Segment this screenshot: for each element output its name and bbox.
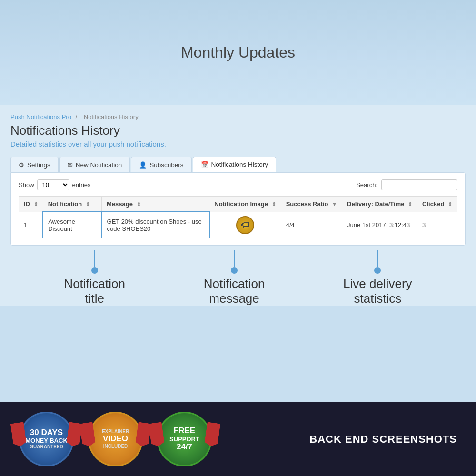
annotation-notification-title: Notificationtitle xyxy=(64,250,125,306)
search-input[interactable] xyxy=(381,179,457,190)
annotation-text-delivery: Live deliverystatistics xyxy=(343,277,412,306)
badge-money-back: 30 DAYS MONEY BACK GUARANTEED xyxy=(19,412,74,466)
back-end-screenshots-label: BACK END SCREENSHOTS xyxy=(309,433,457,446)
data-table: ID ⇕ Notification ⇕ Message ⇕ Notificati… xyxy=(19,196,457,238)
entries-label: entries xyxy=(72,181,91,188)
person-icon: 👤 xyxy=(139,161,147,169)
ribbon-left-explainer xyxy=(79,422,96,447)
col-header-message[interactable]: Message ⇕ xyxy=(102,197,209,212)
dot-title xyxy=(91,267,98,274)
page-title: Notifications History xyxy=(10,123,466,138)
breadcrumb-parent-link[interactable]: Push Notifications Pro xyxy=(10,113,71,120)
search-label: Search: xyxy=(356,181,377,188)
page-subtitle: Detailed statistics over all your push n… xyxy=(10,140,466,148)
ribbon-right-support xyxy=(204,422,221,447)
cell-id: 1 xyxy=(19,212,43,238)
calendar-icon: 📅 xyxy=(201,161,208,168)
cell-message: GET 20% discount on Shoes - use code SHO… xyxy=(102,212,209,238)
search-box: Search: xyxy=(356,179,457,190)
sort-icon-message: ⇕ xyxy=(137,201,141,207)
breadcrumb-current: Notifications History xyxy=(84,113,139,120)
badge-support-line3: 24/7 xyxy=(177,443,192,452)
annotation-text-title: Notificationtitle xyxy=(64,277,125,306)
annotation-live-delivery: Live deliverystatistics xyxy=(343,250,412,306)
bottom-area: 30 DAYS MONEY BACK GUARANTEED EXPLAINER … xyxy=(0,402,476,476)
notification-badge-icon: 🏷 xyxy=(236,216,254,234)
tab-settings[interactable]: ⚙ Settings xyxy=(10,157,59,172)
cell-delivery-datetime: June 1st 2017, 3:12:43 xyxy=(342,212,417,238)
badge-free-support: FREE SUPPORT 24/7 xyxy=(157,412,212,466)
main-content: Push Notifications Pro / Notifications H… xyxy=(0,105,476,306)
badge-money-line3: GUARANTEED xyxy=(30,444,63,450)
badge-explainer-video: EXPLAINER VIDEO INCLUDED xyxy=(88,412,143,466)
table-row: 1 Awesome Discount GET 20% discount on S… xyxy=(19,212,457,238)
annotation-line-delivery xyxy=(377,250,378,267)
sort-icon-image: ⇕ xyxy=(272,201,276,207)
badge-support-line2: SUPPORT xyxy=(169,436,199,443)
cell-clicked: 3 xyxy=(417,212,457,238)
show-entries: Show 10 25 50 100 entries xyxy=(19,179,91,190)
tab-new-notification[interactable]: ✉ New Notification xyxy=(60,157,130,172)
tabs-container: ⚙ Settings ✉ New Notification 👤 Subscrib… xyxy=(10,157,466,172)
col-header-notification[interactable]: Notification ⇕ xyxy=(43,197,101,212)
tab-subscribers-label: Subscribers xyxy=(149,161,183,169)
col-header-clicked[interactable]: Clicked ⇕ xyxy=(417,197,457,212)
table-controls: Show 10 25 50 100 entries Search: xyxy=(19,179,457,190)
table-header-row: ID ⇕ Notification ⇕ Message ⇕ Notificati… xyxy=(19,197,457,212)
breadcrumb: Push Notifications Pro / Notifications H… xyxy=(10,113,466,120)
badge-money-line1: 30 DAYS xyxy=(30,428,63,437)
badge-explainer-line2: VIDEO xyxy=(103,435,128,444)
cell-notification: Awesome Discount xyxy=(43,212,101,238)
dot-message xyxy=(231,267,238,274)
tab-notifications-history-label: Notifications History xyxy=(211,161,268,168)
settings-icon: ⚙ xyxy=(19,161,24,169)
sort-icon-clicked: ⇕ xyxy=(448,201,452,207)
annotation-notification-message: Notificationmessage xyxy=(204,250,265,306)
badge-support-line1: FREE xyxy=(174,426,195,436)
sort-icon-notification: ⇕ xyxy=(86,201,90,207)
col-header-delivery[interactable]: Delivery: Date/Time ⇕ xyxy=(342,197,417,212)
tab-notifications-history[interactable]: 📅 Notifications History xyxy=(193,157,276,172)
annotation-line-message xyxy=(234,250,235,267)
ribbon-left-money xyxy=(10,422,27,447)
entries-select[interactable]: 10 25 50 100 xyxy=(37,179,69,190)
tab-subscribers[interactable]: 👤 Subscribers xyxy=(131,157,191,172)
discount-icon: 🏷 xyxy=(241,220,249,230)
show-label: Show xyxy=(19,181,34,188)
top-title: Monthly Updates xyxy=(181,44,295,61)
col-header-image[interactable]: Notification Image ⇕ xyxy=(209,197,281,212)
col-header-id[interactable]: ID ⇕ xyxy=(19,197,43,212)
annotation-text-message: Notificationmessage xyxy=(204,277,265,306)
tab-new-notification-label: New Notification xyxy=(76,161,122,169)
cell-success-ratio: 4/4 xyxy=(281,212,342,238)
annotation-line-title xyxy=(94,250,95,267)
breadcrumb-separator: / xyxy=(76,113,78,120)
tab-settings-label: Settings xyxy=(27,161,50,169)
cell-image: 🏷 xyxy=(209,212,281,238)
envelope-icon: ✉ xyxy=(68,161,73,169)
sort-icon-success: ▼ xyxy=(332,201,337,207)
sort-icon-delivery: ⇕ xyxy=(408,201,412,207)
badge-money-line2: MONEY BACK xyxy=(25,437,68,444)
top-banner: Monthly Updates xyxy=(0,0,476,105)
badge-explainer-line3: INCLUDED xyxy=(103,444,128,449)
annotation-area: Notificationtitle Notificationmessage Li… xyxy=(10,246,466,306)
table-container: Show 10 25 50 100 entries Search: ID xyxy=(10,172,466,246)
ribbon-left-support xyxy=(149,422,165,447)
dot-delivery xyxy=(374,267,381,274)
col-header-success[interactable]: Success Ratio ▼ xyxy=(281,197,342,212)
sort-icon-id: ⇕ xyxy=(34,201,38,207)
